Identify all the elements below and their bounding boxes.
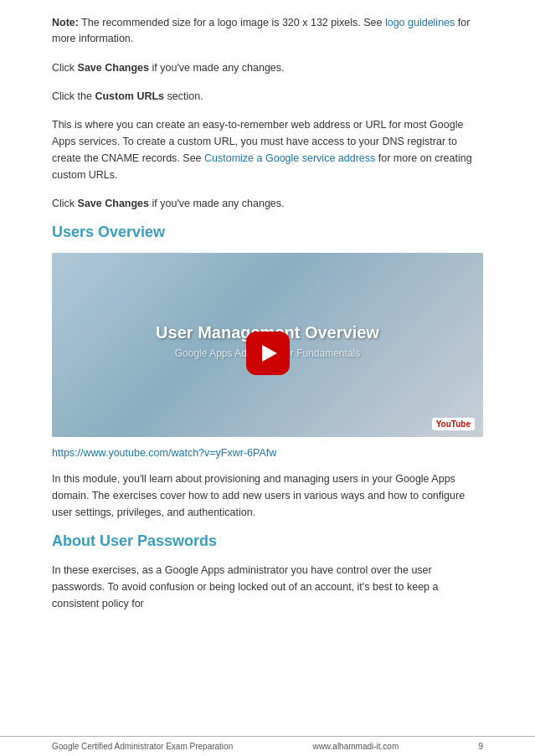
save-changes-paragraph-2: Click Save Changes if you've made any ch… [52, 195, 483, 212]
users-overview-description: In this module, you'll learn about provi… [52, 471, 483, 521]
note-label: Note: [52, 17, 79, 28]
content-area: Note: The recommended size for a logo im… [0, 0, 535, 736]
cname-paragraph: This is where you can create an easy-to-… [52, 116, 483, 183]
p2-before: Click the [52, 90, 95, 102]
footer-center: www.alhammadi-it.com [312, 742, 399, 751]
youtube-logo: YouTube [432, 418, 475, 430]
about-passwords-description: In these exercises, as a Google Apps adm… [52, 562, 483, 612]
p2-after: section. [164, 90, 203, 102]
p4-before: Click [52, 198, 78, 209]
youtube-tube: Tube [451, 419, 471, 429]
save-changes-bold-1: Save Changes [78, 62, 149, 74]
customize-service-link[interactable]: Customize a Google service address [204, 152, 375, 164]
custom-urls-paragraph: Click the Custom URLs section. [52, 88, 483, 105]
page-container: Note: The recommended size for a logo im… [0, 0, 535, 756]
note-text: The recommended size for a logo image is… [79, 17, 385, 28]
save-changes-paragraph-1: Click Save Changes if you've made any ch… [52, 59, 483, 76]
p4-after: if you've made any changes. [149, 198, 285, 209]
play-button[interactable] [246, 332, 290, 375]
logo-guidelines-link[interactable]: logo guidelines [385, 17, 455, 28]
footer-left: Google Certified Administrator Exam Prep… [52, 742, 233, 751]
p1-before: Click [52, 62, 78, 74]
page-footer: Google Certified Administrator Exam Prep… [0, 736, 535, 756]
users-overview-heading: Users Overview [52, 224, 483, 241]
footer-page-number: 9 [478, 742, 483, 751]
video-thumbnail[interactable]: User Management Overview Google Apps Adm… [52, 253, 483, 437]
note-block: Note: The recommended size for a logo im… [52, 15, 483, 48]
video-url-link[interactable]: https://www.youtube.com/watch?v=yFxwr-6P… [52, 447, 483, 459]
custom-urls-bold: Custom URLs [95, 90, 164, 102]
p1-after: if you've made any changes. [149, 62, 285, 74]
save-changes-bold-2: Save Changes [78, 198, 149, 209]
about-passwords-heading: About User Passwords [52, 532, 483, 550]
